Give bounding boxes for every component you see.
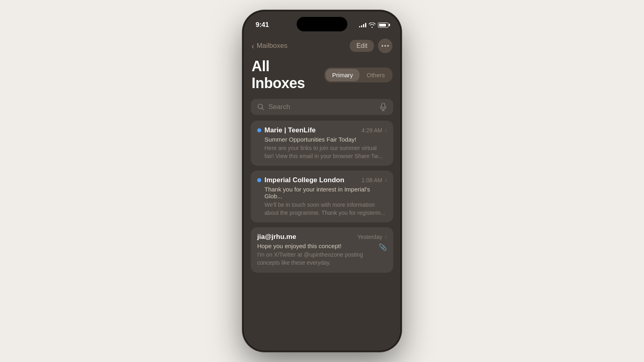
- unread-dot: [257, 178, 261, 182]
- email-sender-row: Imperial College London: [257, 176, 344, 184]
- segment-others[interactable]: Others: [360, 69, 391, 81]
- main-content: All Inboxes Primary Others Search: [244, 58, 400, 273]
- battery-icon: [378, 23, 388, 28]
- chevron-right-icon: ›: [385, 177, 387, 184]
- email-time: 4:29 AM: [361, 127, 382, 134]
- email-subject: Hope you enjoyed this concept!: [257, 243, 376, 249]
- email-sender: jia@jrhu.me: [257, 233, 296, 241]
- chevron-right-icon: ›: [385, 233, 387, 241]
- nav-bar: ‹ Mailboxes Edit: [244, 35, 400, 58]
- unread-dot: [257, 128, 261, 132]
- svg-rect-2: [382, 103, 385, 108]
- email-subject: Thank you for your interest in Imperial'…: [257, 186, 387, 200]
- email-time: Yesterday: [357, 234, 382, 240]
- search-bar[interactable]: Search: [251, 99, 393, 115]
- email-time: 1:08 AM: [361, 177, 382, 183]
- email-sender: Imperial College London: [264, 176, 344, 184]
- back-chevron-icon: ‹: [252, 41, 254, 51]
- email-preview: I'm on X/Twitter at @upintheozone postin…: [257, 251, 376, 267]
- mic-icon: [380, 103, 387, 111]
- signal-icon: [359, 23, 366, 27]
- back-label: Mailboxes: [257, 42, 288, 50]
- email-header: Imperial College London 1:08 AM ›: [257, 176, 387, 184]
- segment-control: Primary Others: [324, 68, 392, 82]
- email-header: Marie | TeenLife 4:29 AM ›: [257, 126, 387, 134]
- email-time-row: 4:29 AM ›: [361, 127, 387, 134]
- more-dots-icon: [382, 45, 389, 47]
- status-time: 9:41: [256, 21, 269, 29]
- chevron-right-icon: ›: [385, 127, 387, 134]
- title-row: All Inboxes Primary Others: [251, 58, 393, 92]
- edit-button[interactable]: Edit: [350, 40, 374, 52]
- svg-line-1: [262, 108, 264, 110]
- search-icon: [257, 103, 264, 111]
- segment-primary[interactable]: Primary: [326, 69, 359, 81]
- email-preview: Here are your links to join our summer v…: [257, 144, 387, 160]
- wifi-icon: [369, 23, 376, 28]
- email-item[interactable]: Marie | TeenLife 4:29 AM › Summer Opport…: [251, 121, 393, 166]
- search-placeholder: Search: [268, 103, 376, 111]
- phone-screen: 9:41: [244, 11, 400, 351]
- dynamic-island: [297, 17, 347, 31]
- email-sender: Marie | TeenLife: [264, 126, 316, 134]
- email-preview: We'll be in touch soon with more informa…: [257, 201, 387, 217]
- email-header: jia@jrhu.me Yesterday ›: [257, 233, 387, 241]
- nav-actions: Edit: [350, 39, 392, 53]
- more-button[interactable]: [378, 39, 392, 53]
- status-icons: [359, 23, 388, 28]
- email-item[interactable]: Imperial College London 1:08 AM › Thank …: [251, 171, 393, 222]
- email-item[interactable]: jia@jrhu.me Yesterday › Hope you enjoyed…: [251, 227, 393, 272]
- email-subject: Summer Opportunities Fair Today!: [257, 136, 387, 143]
- back-button[interactable]: ‹ Mailboxes: [252, 41, 287, 51]
- email-sender-row: Marie | TeenLife: [257, 126, 316, 134]
- page-title: All Inboxes: [252, 58, 324, 92]
- email-time-row: 1:08 AM ›: [361, 177, 387, 184]
- phone-frame: 9:41: [244, 11, 400, 351]
- email-sender-row: jia@jrhu.me: [257, 233, 296, 241]
- attachment-icon: 📎: [379, 243, 387, 251]
- email-time-row: Yesterday ›: [357, 233, 387, 241]
